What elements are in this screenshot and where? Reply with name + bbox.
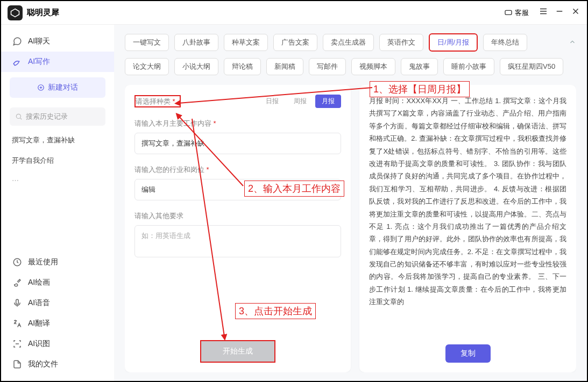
cat-tab[interactable]: 视频脚本 [351,58,395,75]
period-tab-week[interactable]: 周报 [287,95,313,108]
cat-tab[interactable]: 辩论稿 [224,58,261,75]
type-label: 请选择种类 [136,97,175,105]
period-tab-month[interactable]: 月报 [315,95,341,108]
sidebar-tool-translate[interactable]: AI翻译 [1,313,114,334]
period-tab-day[interactable]: 日报 [259,95,285,108]
svg-line-12 [20,118,22,119]
body: AI聊天 AI写作 新建对话 搜索历史记录 撰写文章，查漏补缺 开学自我介绍 ⋯… [1,25,587,381]
main: 一键写文 八卦故事 种草文案 广告文案 卖点生成器 英语作文 日/周/月报 年终… [114,25,587,381]
result-text: 月报 时间：XXXX年XX月 一、工作总结 1. 撰写文章：这个月我共撰写了X篇… [369,95,566,338]
sidebar: AI聊天 AI写作 新建对话 搜索历史记录 撰写文章，查漏补缺 开学自我介绍 ⋯… [1,25,114,381]
cat-tab[interactable]: 英语作文 [379,34,423,51]
sidebar-tool-image[interactable]: AI识图 [1,334,114,354]
sidebar-tool-voice[interactable]: AI语音 [1,293,114,313]
industry-label: 请输入您的行业和岗位 [134,165,341,175]
cat-tab[interactable]: 疯狂星期四V50 [500,58,563,75]
file-icon [12,359,23,369]
plus-icon [37,84,45,91]
svg-rect-14 [16,299,19,304]
customer-service-button[interactable]: 客服 [501,6,532,20]
write-icon [12,57,23,67]
history-more: ⋯ [1,171,114,190]
cat-tab[interactable]: 年终总结 [483,34,527,51]
other-input[interactable]: 如：用英语生成 [134,225,341,257]
sidebar-tool-files[interactable]: 我的文件 [1,354,114,374]
cat-tab[interactable]: 一键写文 [125,34,169,51]
cat-tab[interactable]: 卖点生成器 [323,34,374,51]
minimize-icon[interactable] [555,6,564,19]
scan-icon [12,339,23,349]
sidebar-tool-draw[interactable]: AI绘画 [1,272,114,293]
sidebar-item-chat[interactable]: AI聊天 [1,31,114,52]
sidebar-item-write[interactable]: AI写作 [1,52,114,72]
industry-input[interactable]: 编辑 [134,179,341,200]
result-panel: 月报 时间：XXXX年XX月 一、工作总结 1. 撰写文章：这个月我共撰写了X篇… [359,85,576,372]
search-icon [15,113,23,120]
svg-rect-1 [505,10,512,15]
voice-icon [12,298,23,308]
menu-icon[interactable] [539,6,548,19]
generate-button[interactable]: 开始生成 [200,340,275,363]
period-tabs: 日报 周报 月报 [259,95,341,108]
svg-point-11 [16,114,20,118]
new-chat-button[interactable]: 新建对话 [10,77,105,98]
cat-tab[interactable]: 种草文案 [224,34,268,51]
sidebar-tool-recent[interactable]: 最近使用 [1,252,114,272]
content-label: 请输入本月主要工作内容 [134,119,341,128]
app-title: 聪明灵犀 [27,8,59,18]
cat-tab[interactable]: 小说大纲 [174,58,218,75]
chat-icon [12,37,23,46]
cat-tab[interactable]: 论文大纲 [125,58,169,75]
form-panel: 请选择种类 日报 周报 月报 请输入本月主要工作内容 撰写文章，查漏补缺 请输入… [125,85,351,372]
brush-icon [12,278,23,287]
close-icon[interactable] [571,6,580,19]
cat-tab[interactable]: 广告文案 [273,34,317,51]
other-label: 请输入其他要求 [134,211,341,221]
cat-tab[interactable]: 新闻稿 [266,58,303,75]
cat-tab[interactable]: 睡前小故事 [443,58,494,75]
history-item[interactable]: 开学自我介绍 [1,150,114,171]
svg-marker-0 [11,9,19,17]
content-input[interactable]: 撰写文章，查漏补缺 [134,133,341,154]
cat-tab-report[interactable]: 日/周/月报 [429,33,478,52]
app-logo [8,5,23,20]
search-input[interactable]: 搜索历史记录 [10,107,105,126]
cat-tab[interactable]: 写邮件 [309,58,346,75]
clock-icon [12,257,23,267]
header: 聪明灵犀 客服 [1,1,587,25]
translate-icon [12,319,23,328]
collapse-icon[interactable] [569,38,576,47]
content-area: 请选择种类 日报 周报 月报 请输入本月主要工作内容 撰写文章，查漏补缺 请输入… [125,85,576,372]
chat-icon [504,9,513,17]
cat-tab[interactable]: 鬼故事 [401,58,438,75]
copy-button[interactable]: 复制 [445,344,491,363]
cat-tab[interactable]: 八卦故事 [174,34,218,51]
category-tabs: 一键写文 八卦故事 种草文案 广告文案 卖点生成器 英语作文 日/周/月报 年终… [125,33,576,75]
history-item[interactable]: 撰写文章，查漏补缺 [1,130,114,150]
